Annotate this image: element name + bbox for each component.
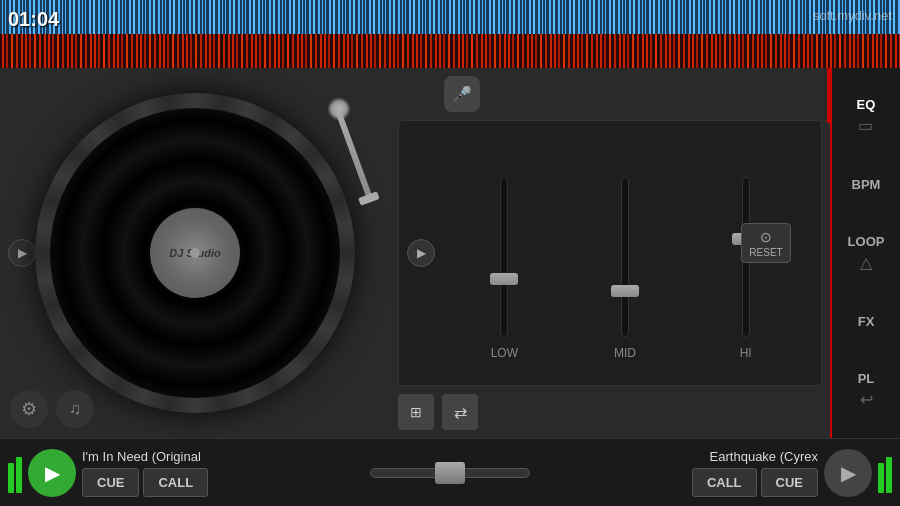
reset-area: ⊙ RESET (801, 131, 811, 380)
left-call-button[interactable]: CALL (143, 468, 208, 497)
right-deck-info: Earthquake (Cyrex CALL CUE (546, 449, 818, 497)
mid-label: MID (614, 346, 636, 360)
deck-right: Earthquake (Cyrex CALL CUE ▶ (538, 449, 900, 497)
low-label: LOW (491, 346, 518, 360)
eq-active-indicator (827, 68, 830, 123)
mic-button[interactable]: 🎤 (444, 76, 480, 112)
eq-inner: ▶ LOW MID (399, 121, 821, 385)
waveform-bottom[interactable] (0, 34, 900, 68)
sidebar-item-bpm[interactable]: BPM (852, 177, 881, 192)
low-slider-group: LOW (449, 177, 560, 360)
eq-panel: ▶ LOW MID (398, 120, 822, 386)
mixer-top: 🎤 (390, 68, 830, 120)
mid-slider-thumb[interactable] (611, 285, 639, 297)
gear-button[interactable]: ⚙ (10, 390, 48, 428)
deck-left: ▶ I'm In Need (Original CUE CALL (0, 449, 362, 497)
shuffle-button[interactable]: ⇄ (442, 394, 478, 430)
reset-label: RESET (749, 247, 782, 258)
mixer-section: 🎤 ▶ LOW (390, 68, 830, 438)
vu-bar-right-1 (878, 463, 884, 493)
left-deck-buttons: CUE CALL (82, 468, 354, 497)
loop-sidebar-icon: △ (860, 253, 872, 272)
sidebar-item-pl[interactable]: PL ↩ (858, 371, 875, 409)
timestamp: 01:04 (8, 8, 59, 31)
reset-icon: ⊙ (760, 229, 772, 245)
left-track-name: I'm In Need (Original (82, 449, 354, 464)
waveform-bar: 01:04 soft.mydiv.net (0, 0, 900, 68)
hi-slider-group: HI (690, 177, 801, 360)
grid-button[interactable]: ⊞ (398, 394, 434, 430)
main-area: ▶ DJ Studio ⚙ ♫ (0, 68, 900, 438)
eq-sidebar-label: EQ (857, 97, 876, 112)
vu-bar-1 (8, 463, 14, 493)
eq-sidebar-icon: ▭ (858, 116, 873, 135)
crossfader-track[interactable] (370, 468, 530, 478)
loop-sidebar-label: LOOP (848, 234, 885, 249)
right-play-button[interactable]: ▶ (824, 449, 872, 497)
turntable-spindle (190, 248, 200, 258)
crossfader-thumb[interactable] (435, 462, 465, 484)
waveform-top[interactable] (0, 0, 900, 34)
low-slider-thumb[interactable] (490, 273, 518, 285)
bpm-sidebar-label: BPM (852, 177, 881, 192)
mixer-play-button[interactable]: ▶ (407, 239, 435, 267)
mixer-bottom-controls: ⊞ ⇄ (390, 394, 830, 438)
right-deck-buttons: CALL CUE (692, 468, 818, 497)
sidebar-item-eq[interactable]: EQ ▭ (857, 97, 876, 135)
vu-bar-2 (16, 457, 22, 493)
left-play-button[interactable]: ▶ (28, 449, 76, 497)
sidebar-item-loop[interactable]: LOOP △ (848, 234, 885, 272)
low-slider-track[interactable] (500, 177, 508, 337)
fx-sidebar-label: FX (858, 314, 875, 329)
mid-slider-track[interactable] (621, 177, 629, 337)
sidebar-item-fx[interactable]: FX (858, 314, 875, 329)
pl-sidebar-label: PL (858, 371, 875, 386)
tonearm-head (358, 191, 380, 205)
right-track-name: Earthquake (Cyrex (710, 449, 818, 464)
mid-slider-group: MID (570, 177, 681, 360)
pl-sidebar-icon: ↩ (860, 390, 873, 409)
bottom-bar: ▶ I'm In Need (Original CUE CALL Earthqu… (0, 438, 900, 506)
left-cue-button[interactable]: CUE (82, 468, 139, 497)
music-note-button[interactable]: ♫ (56, 390, 94, 428)
vu-meter-left (8, 453, 22, 493)
reset-button[interactable]: ⊙ RESET (741, 223, 791, 263)
bottom-left-controls: ⚙ ♫ (10, 390, 94, 428)
tonearm-arm (334, 107, 374, 203)
right-cue-button[interactable]: CUE (761, 468, 818, 497)
right-call-button[interactable]: CALL (692, 468, 757, 497)
turntable-section: ▶ DJ Studio ⚙ ♫ (0, 68, 390, 438)
vu-meter-right (878, 453, 892, 493)
right-sidebar: EQ ▭ BPM LOOP △ FX PL ↩ (830, 68, 900, 438)
watermark: soft.mydiv.net (813, 8, 892, 23)
hi-label: HI (740, 346, 752, 360)
left-deck-info: I'm In Need (Original CUE CALL (82, 449, 354, 497)
crossfader-section (362, 468, 538, 478)
tonearm (270, 98, 350, 218)
vu-bar-right-2 (886, 457, 892, 493)
left-mini-play-button[interactable]: ▶ (8, 239, 36, 267)
